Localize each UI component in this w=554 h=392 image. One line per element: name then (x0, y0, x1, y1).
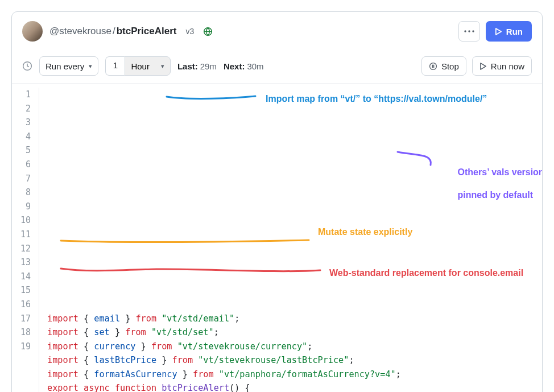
line-number: 10 (12, 213, 31, 228)
code-body[interactable]: Import map from “vt/” to “https://val.to… (39, 88, 542, 392)
svg-rect-6 (432, 64, 433, 68)
version-badge[interactable]: v3 (183, 26, 196, 37)
val-card: @stevekrouse/btcPriceAlert v3 Run Run ev… (11, 11, 543, 392)
line-number: 4 (12, 130, 31, 144)
owner-handle[interactable]: @stevekrouse (49, 26, 111, 36)
header-right: Run (458, 21, 532, 42)
line-number: 9 (12, 200, 31, 214)
last-run-meta: Last:29m (177, 61, 217, 71)
code-line[interactable]: export async function btcPriceAlert() { (47, 381, 542, 392)
val-name[interactable]: btcPriceAlert (117, 26, 177, 36)
interval-unit-select[interactable]: Hour ▾ (125, 56, 171, 76)
run-now-label: Run now (491, 61, 524, 71)
last-label: Last: (177, 61, 198, 71)
line-number: 14 (12, 270, 31, 284)
interval-value-input[interactable]: 1 (105, 56, 125, 76)
chevron-down-icon: ▾ (89, 63, 92, 70)
schedule-left: Run every ▾ 1 Hour ▾ Last:29m Next:30m (22, 56, 264, 76)
mutate-underline (60, 238, 310, 244)
next-value: 30m (247, 61, 263, 71)
run-label: Run (506, 27, 523, 36)
schedule-right: Stop Run now (421, 56, 532, 76)
code-line[interactable]: import { set } from "vt/std/set"; (47, 325, 542, 340)
line-number: 11 (12, 228, 31, 242)
import-map-annotation: Import map from “vt/” to “https://val.to… (266, 92, 487, 106)
stop-icon (429, 62, 437, 71)
interval-unit-label: Hour (131, 61, 150, 71)
interval-group: 1 Hour ▾ (105, 56, 171, 76)
chevron-down-icon: ▾ (161, 63, 164, 70)
run-every-label: Run every (46, 61, 84, 71)
more-button[interactable] (458, 21, 480, 42)
version-pin-underline (395, 150, 434, 168)
line-number: 13 (12, 255, 31, 270)
last-value: 29m (200, 61, 217, 71)
svg-rect-7 (433, 64, 435, 68)
code-area: 12345678910111213141516171819 Import map… (12, 84, 542, 392)
globe-icon[interactable] (203, 27, 213, 36)
line-number: 2 (12, 102, 31, 116)
code-line[interactable]: import { formatAsCurrency } from "vt/pan… (47, 368, 542, 382)
clock-icon (22, 61, 32, 71)
import-map-underline (166, 94, 257, 101)
next-run-meta: Next:30m (224, 61, 264, 71)
header-left: @stevekrouse/btcPriceAlert v3 (22, 21, 213, 42)
ellipsis-icon (464, 30, 474, 32)
run-now-button[interactable]: Run now (472, 56, 532, 76)
next-label: Next: (224, 61, 245, 71)
stop-label: Stop (441, 61, 459, 71)
title-slash: / (113, 26, 115, 36)
line-number: 12 (12, 242, 31, 256)
play-icon (479, 63, 487, 70)
code-line[interactable]: import { currency } from "vt/stevekrouse… (47, 340, 542, 354)
line-number: 8 (12, 185, 31, 200)
val-title: @stevekrouse/btcPriceAlert (49, 26, 176, 37)
stop-button[interactable]: Stop (421, 56, 466, 76)
line-number: 1 (12, 88, 31, 102)
run-button[interactable]: Run (486, 21, 532, 42)
mutate-annotation: Mutate state explicitly (318, 225, 412, 240)
card-header: @stevekrouse/btcPriceAlert v3 Run (12, 12, 542, 51)
version-pin-line1: Others’ vals version- (458, 167, 543, 177)
line-number: 16 (12, 298, 31, 312)
svg-point-2 (468, 30, 470, 32)
line-number: 18 (12, 325, 31, 340)
run-every-select[interactable]: Run every ▾ (39, 56, 98, 76)
svg-point-1 (464, 30, 466, 32)
line-number: 6 (12, 158, 31, 172)
line-gutter: 12345678910111213141516171819 (12, 88, 39, 392)
play-icon (495, 28, 502, 35)
line-number: 15 (12, 283, 31, 298)
svg-point-3 (472, 30, 474, 32)
web-standard-annotation: Web-standard replacement for console.ema… (329, 266, 523, 280)
svg-point-5 (430, 63, 437, 69)
code-line[interactable]: import { email } from "vt/std/email"; (47, 312, 542, 326)
avatar[interactable] (22, 21, 43, 42)
line-number: 3 (12, 115, 31, 130)
line-number: 5 (12, 143, 31, 158)
line-number: 17 (12, 312, 31, 326)
schedule-bar: Run every ▾ 1 Hour ▾ Last:29m Next:30m S… (12, 51, 542, 84)
line-number: 19 (12, 340, 31, 354)
version-pin-annotation: Others’ vals version- pinned by default (437, 155, 543, 212)
version-pin-line2: pinned by default (458, 190, 533, 200)
line-number: 7 (12, 172, 31, 186)
code-line[interactable]: import { lastBtcPrice } from "vt/stevekr… (47, 353, 542, 368)
email-underline (60, 266, 321, 274)
